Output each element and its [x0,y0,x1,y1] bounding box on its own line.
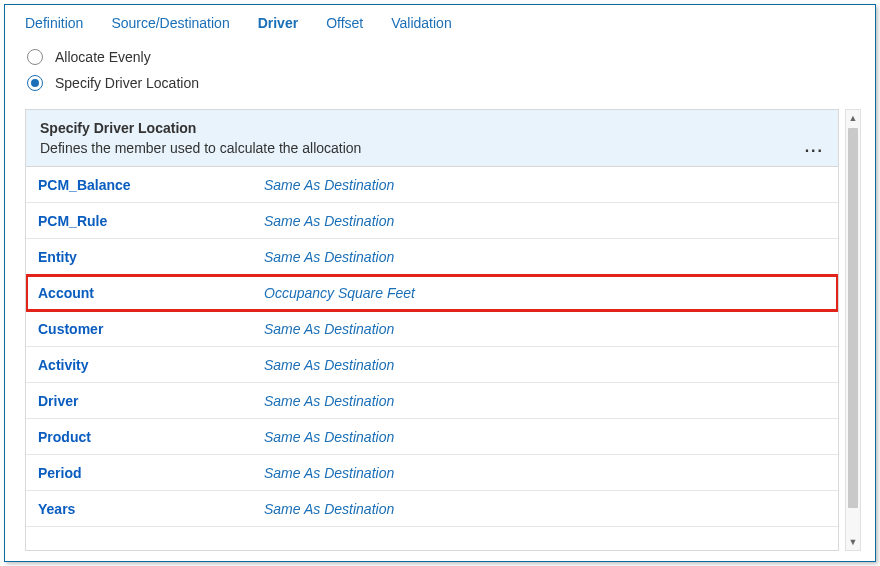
dimension-value[interactable]: Same As Destination [264,429,394,445]
panel-header: Specify Driver Location Defines the memb… [26,110,838,167]
dimension-value[interactable]: Same As Destination [264,501,394,517]
dimension-name[interactable]: Entity [26,249,264,265]
dimension-name[interactable]: Driver [26,393,264,409]
dimension-name[interactable]: Product [26,429,264,445]
dimension-row[interactable]: PeriodSame As Destination [26,455,838,491]
more-actions-icon[interactable]: ... [805,138,824,156]
tab-driver[interactable]: Driver [258,15,298,31]
tab-validation[interactable]: Validation [391,15,451,31]
dimension-row[interactable]: PCM_RuleSame As Destination [26,203,838,239]
vertical-scrollbar[interactable]: ▲ ▼ [845,109,861,551]
dimension-name[interactable]: PCM_Rule [26,213,264,229]
scroll-down-icon[interactable]: ▼ [846,534,860,550]
dimension-row[interactable]: YearsSame As Destination [26,491,838,527]
dimension-name[interactable]: Account [26,285,264,301]
dimension-rows: PCM_BalanceSame As DestinationPCM_RuleSa… [26,167,838,550]
panel-description: Defines the member used to calculate the… [40,140,824,156]
dimension-name[interactable]: Years [26,501,264,517]
dimension-row[interactable]: CustomerSame As Destination [26,311,838,347]
dimension-value[interactable]: Same As Destination [264,177,394,193]
dimension-value[interactable]: Same As Destination [264,321,394,337]
radio-label: Specify Driver Location [55,75,199,91]
tab-definition[interactable]: Definition [25,15,83,31]
dimension-value[interactable]: Same As Destination [264,249,394,265]
tab-source-destination[interactable]: Source/Destination [111,15,229,31]
dimension-name[interactable]: Customer [26,321,264,337]
driver-config-window: Definition Source/Destination Driver Off… [4,4,876,562]
dimension-value[interactable]: Same As Destination [264,357,394,373]
panel-wrap: Specify Driver Location Defines the memb… [5,109,875,561]
dimension-row[interactable]: EntitySame As Destination [26,239,838,275]
radio-label: Allocate Evenly [55,49,151,65]
dimension-row[interactable]: DriverSame As Destination [26,383,838,419]
radio-icon [27,75,43,91]
tab-offset[interactable]: Offset [326,15,363,31]
driver-location-panel: Specify Driver Location Defines the memb… [25,109,839,551]
driver-method-radio-group: Allocate Evenly Specify Driver Location [5,37,875,109]
dimension-row[interactable]: ActivitySame As Destination [26,347,838,383]
dimension-name[interactable]: PCM_Balance [26,177,264,193]
dimension-value[interactable]: Same As Destination [264,465,394,481]
dimension-value[interactable]: Occupancy Square Feet [264,285,415,301]
dimension-row[interactable]: ProductSame As Destination [26,419,838,455]
dimension-name[interactable]: Activity [26,357,264,373]
dimension-row[interactable]: PCM_BalanceSame As Destination [26,167,838,203]
scroll-thumb[interactable] [848,128,858,508]
tab-bar: Definition Source/Destination Driver Off… [5,5,875,37]
scroll-up-icon[interactable]: ▲ [846,110,860,126]
radio-allocate-evenly[interactable]: Allocate Evenly [27,49,853,65]
dimension-row[interactable]: AccountOccupancy Square Feet [26,275,838,311]
panel-title: Specify Driver Location [40,120,824,136]
dimension-value[interactable]: Same As Destination [264,213,394,229]
dimension-name[interactable]: Period [26,465,264,481]
radio-specify-driver-location[interactable]: Specify Driver Location [27,75,853,91]
radio-icon [27,49,43,65]
dimension-value[interactable]: Same As Destination [264,393,394,409]
